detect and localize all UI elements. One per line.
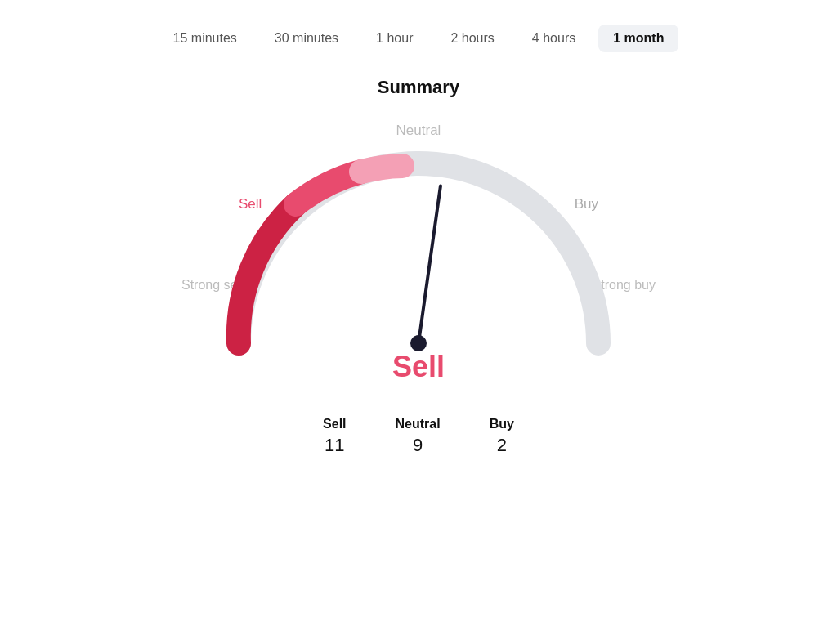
summary-title: Summary	[378, 77, 459, 98]
stat-sell-value: 11	[325, 435, 344, 456]
svg-line-0	[392, 186, 467, 343]
time-tabs: 15 minutes 30 minutes 1 hour 2 hours 4 h…	[0, 16, 837, 60]
stat-sell: Sell 11	[323, 417, 346, 456]
gauge-signal: Sell	[392, 350, 445, 384]
stat-buy: Buy 2	[490, 417, 514, 456]
stat-neutral-value: 9	[413, 435, 423, 456]
tab-1hour[interactable]: 1 hour	[361, 25, 427, 52]
stat-sell-label: Sell	[323, 417, 346, 432]
stat-neutral: Neutral 9	[396, 417, 441, 456]
stat-buy-label: Buy	[490, 417, 514, 432]
stats-row: Sell 11 Neutral 9 Buy 2	[323, 417, 514, 456]
stat-neutral-label: Neutral	[396, 417, 441, 432]
tab-30min[interactable]: 30 minutes	[260, 25, 353, 52]
tab-1month[interactable]: 1 month	[598, 25, 678, 52]
tab-15min[interactable]: 15 minutes	[159, 25, 252, 52]
main-content: Summary Neutral Sell Buy Strong sell Str…	[0, 77, 837, 456]
gauge-container: Neutral Sell Buy Strong sell Strong buy	[190, 114, 647, 376]
gauge-svg	[190, 114, 647, 376]
svg-point-1	[410, 335, 427, 351]
stat-buy-value: 2	[497, 435, 507, 456]
tab-4hours[interactable]: 4 hours	[517, 25, 590, 52]
tab-2hours[interactable]: 2 hours	[436, 25, 508, 52]
